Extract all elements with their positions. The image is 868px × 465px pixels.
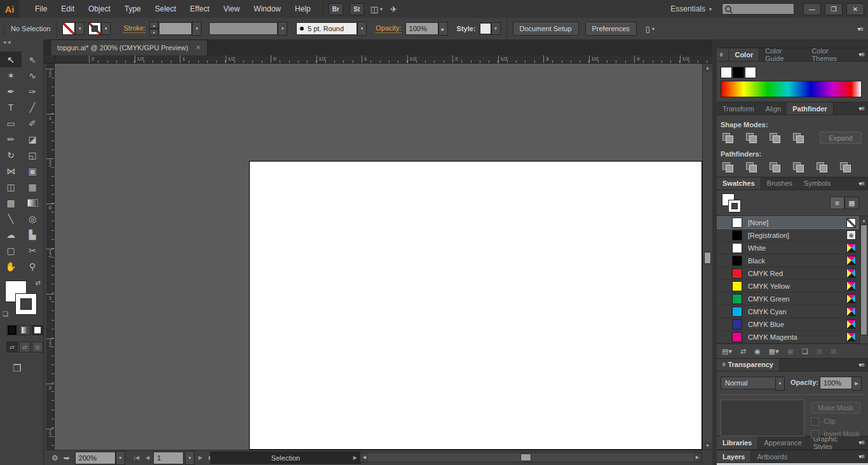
swatch-row-cmyk-green[interactable]: CMYK Green <box>717 293 859 305</box>
tool-curvature[interactable]: ✑ <box>22 83 43 99</box>
swatch-row-white[interactable]: White <box>717 242 859 254</box>
tool-perspective-grid[interactable]: ▦ <box>22 179 43 195</box>
tab-libraries[interactable]: Libraries <box>717 436 758 449</box>
menu-object[interactable]: Object <box>81 4 118 13</box>
swatch-row-cmyk-cyan[interactable]: CMYK Cyan <box>717 305 859 318</box>
tool-eyedropper[interactable]: ╲ <box>0 211 22 226</box>
scroll-left-icon[interactable]: ◀ <box>360 453 369 462</box>
style-swatch[interactable] <box>480 23 491 34</box>
tab-color-guide[interactable]: Color Guide <box>759 48 806 61</box>
tab-graphic-styles[interactable]: Graphic Styles <box>808 436 858 449</box>
draw-behind-icon[interactable]: ▱ <box>19 342 31 352</box>
stroke-color-control[interactable]: ▾ <box>88 22 111 35</box>
minimize-button[interactable]: — <box>803 3 821 15</box>
menu-view[interactable]: View <box>217 4 247 13</box>
vertical-scrollbar[interactable]: ▲ ▼ <box>702 64 712 450</box>
gradient-button[interactable] <box>19 325 31 335</box>
tab-transparency[interactable]: ◊ Transparency <box>717 359 780 371</box>
pathfinder-crop-icon[interactable] <box>791 161 806 173</box>
tool-rotate[interactable]: ↻ <box>0 147 22 163</box>
artboard-dropdown[interactable]: ▾ <box>185 451 194 465</box>
menu-window[interactable]: Window <box>247 4 288 13</box>
panel-menu-icon[interactable]: ▾≡ <box>858 436 868 449</box>
shape-mode-intersect-icon[interactable] <box>768 132 783 144</box>
stroke-swatch[interactable] <box>15 293 37 315</box>
menu-select[interactable]: Select <box>148 4 183 13</box>
default-fill-stroke-icon[interactable]: ❏ <box>3 310 8 317</box>
tool-symbol-sprayer[interactable]: ☁ <box>0 226 22 242</box>
tab-close-icon[interactable]: ✕ <box>196 45 201 51</box>
tool-lasso[interactable]: ∿ <box>22 67 43 83</box>
tab-symbols[interactable]: Symbols <box>798 177 836 190</box>
first-artboard-icon[interactable]: |◀ <box>132 455 142 461</box>
tool-hand[interactable]: ✋ <box>0 258 22 274</box>
document-tab[interactable]: topgun.ai* @ 200% (CMYK/GPU Preview) ✕ <box>50 39 208 55</box>
tool-direct-selection[interactable]: ⇖ <box>22 52 43 67</box>
make-mask-button[interactable]: Make Mask <box>811 402 860 413</box>
shape-mode-unite-icon[interactable] <box>721 132 736 144</box>
tool-paintbrush[interactable]: ✐ <box>22 115 43 131</box>
black-color-swatch[interactable] <box>733 67 744 78</box>
variable-width-profile-field[interactable]: 5 pt. Round <box>296 22 357 35</box>
tab-color[interactable]: Color <box>729 48 759 61</box>
vertical-scroll-thumb[interactable] <box>704 252 711 264</box>
tool-gradient[interactable] <box>22 195 43 211</box>
swatch-options-icon[interactable]: ◉ <box>754 347 761 356</box>
export-icon[interactable]: ➥ <box>64 454 70 462</box>
tool-scale[interactable]: ◱ <box>22 147 43 163</box>
panel-menu-icon[interactable]: ▾≡ <box>857 25 863 32</box>
tab-artboards[interactable]: Artboards <box>751 450 793 462</box>
workspace-switcher[interactable]: Essentials ▾ <box>670 4 712 13</box>
tab-layers[interactable]: Layers <box>717 450 751 462</box>
menu-edit[interactable]: Edit <box>54 4 81 13</box>
swatch-row-cmyk-yellow[interactable]: CMYK Yellow <box>717 280 859 293</box>
align-glyphs-icon[interactable]: ▯ ▾ <box>646 24 654 34</box>
opacity-panel-link[interactable]: Opacity: <box>376 24 401 33</box>
list-view-icon[interactable]: ≡ <box>830 197 844 209</box>
tool-column-graph[interactable]: ▙ <box>22 226 43 242</box>
swatch-row--none-[interactable]: [None] <box>717 216 859 229</box>
menu-effect[interactable]: Effect <box>183 4 216 13</box>
status-display[interactable]: Selection ▶ <box>210 452 361 464</box>
opacity-dropdown[interactable]: ▶ <box>438 22 448 36</box>
none-button[interactable] <box>32 325 43 335</box>
panel-menu-icon[interactable]: ▾≡ <box>858 450 868 462</box>
fill-stroke-indicator[interactable] <box>722 193 743 212</box>
artboard[interactable] <box>249 161 702 450</box>
swatch-row--registration-[interactable]: [Registration]⊕ <box>717 229 859 242</box>
swatch-row-black[interactable]: Black <box>717 254 859 267</box>
preferences-button[interactable]: Preferences <box>585 22 637 36</box>
pathfinder-divide-icon[interactable] <box>721 161 736 173</box>
menu-help[interactable]: Help <box>288 4 318 13</box>
pathfinder-outline-icon[interactable] <box>815 161 830 173</box>
opacity-slider-icon[interactable]: ▶ <box>851 377 862 391</box>
blend-mode-dropdown[interactable]: ▾ <box>775 377 785 391</box>
tab-color-collapse[interactable]: ◊ <box>717 48 729 61</box>
restore-button[interactable]: ❐ <box>825 3 843 15</box>
brush-definition-dropdown[interactable]: ▾ <box>278 22 287 36</box>
stroke-panel-link[interactable]: Stroke: <box>123 24 146 33</box>
swatch-scrollbar[interactable]: ▲ ▼ <box>859 216 868 344</box>
stroke-weight-stepper[interactable]: ▲ ▼ <box>149 22 158 36</box>
artboard-number-field[interactable]: 1 <box>153 452 184 464</box>
scroll-up-icon[interactable]: ▲ <box>860 216 868 224</box>
none-color-swatch[interactable] <box>721 67 732 78</box>
tool-width[interactable]: ⋈ <box>0 163 22 179</box>
scroll-down-icon[interactable]: ▼ <box>703 441 712 450</box>
arrange-documents-icon[interactable]: ◫ ▾ <box>370 4 383 14</box>
swatch-row-cmyk-red[interactable]: CMYK Red <box>717 267 859 280</box>
ruler-origin-corner[interactable] <box>44 55 55 64</box>
next-artboard-icon[interactable]: ▶ <box>196 455 205 461</box>
tool-mesh[interactable]: ▩ <box>0 195 22 211</box>
tool-slice[interactable]: ✂ <box>22 242 43 258</box>
show-swatch-kinds-icon[interactable]: ▦▾ <box>769 347 779 356</box>
tool-shape-builder[interactable]: ◫ <box>0 179 22 195</box>
profile-dropdown[interactable]: ▾ <box>357 22 367 36</box>
draw-inside-icon[interactable]: ▣ <box>32 342 43 352</box>
add-to-library-icon[interactable]: ⇄ <box>740 347 746 356</box>
tab-color-themes[interactable]: Color Themes <box>806 48 858 61</box>
pathfinder-trim-icon[interactable] <box>744 161 759 173</box>
document-setup-button[interactable]: Document Setup <box>513 22 579 36</box>
horizontal-scroll-thumb[interactable] <box>520 454 531 461</box>
shape-mode-minus-front-icon[interactable] <box>744 132 759 144</box>
